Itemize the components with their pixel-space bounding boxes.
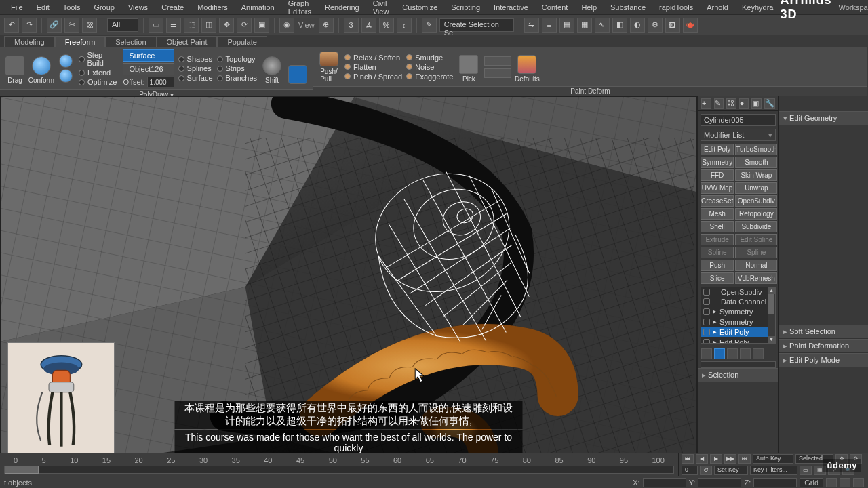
curve-editor-button[interactable]: ∿ — [595, 18, 610, 33]
coord-z-field[interactable] — [753, 478, 797, 487]
branches-check[interactable]: Branches — [217, 74, 257, 82]
modifier-btn-subdivide[interactable]: Subdivide — [735, 221, 777, 232]
ribbon-tab-freeform[interactable]: Freeform — [55, 36, 106, 47]
modifier-btn-unwrap-uvw[interactable]: Unwrap UVW — [735, 182, 777, 194]
modstack-item-edit-poly[interactable]: ▸Edit Poly — [701, 337, 775, 344]
defaults-button[interactable]: Defaults — [515, 52, 538, 83]
ribbon-tab-populate[interactable]: Populate — [217, 36, 267, 47]
show-end-result-button[interactable] — [714, 348, 725, 359]
refcoord-button[interactable]: ◉ — [279, 18, 294, 33]
motion-tab-icon[interactable]: ● — [739, 98, 749, 109]
render-button[interactable]: 🫖 — [683, 18, 698, 33]
scroll-up-icon[interactable]: ▲ — [768, 287, 775, 294]
render-frame-button[interactable]: 🖼 — [665, 18, 680, 33]
spinner-snap-button[interactable]: ↕ — [397, 18, 412, 33]
rotate-button[interactable]: ⟳ — [237, 18, 252, 33]
next-frame-button[interactable]: ▶▶ — [724, 454, 736, 464]
rollout-selection[interactable]: Selection — [698, 368, 778, 382]
time-config-button[interactable]: ⏱ — [700, 466, 712, 475]
ribbon-tab-modeling[interactable]: Modeling — [4, 36, 55, 47]
coord-x-field[interactable] — [643, 478, 686, 487]
object-field[interactable]: Object126 — [123, 63, 174, 75]
scroll-down-icon[interactable]: ▼ — [768, 336, 775, 343]
layer-button[interactable]: ▤ — [559, 18, 574, 33]
menu-edit[interactable]: Edit — [30, 1, 56, 14]
conform-button[interactable]: Conform — [30, 53, 53, 84]
coord-y-field[interactable] — [698, 478, 741, 487]
menu-animation[interactable]: Animation — [235, 1, 281, 14]
menu-views[interactable]: Views — [121, 1, 155, 14]
edit-named-sel-button[interactable]: ✎ — [422, 18, 437, 33]
pin-stack-button[interactable] — [701, 348, 712, 359]
modstack-item-data-channel[interactable]: Data Channel — [701, 297, 775, 306]
lock-button[interactable] — [853, 478, 864, 487]
smudge-check[interactable]: Smudge — [406, 54, 453, 62]
percent-snap-button[interactable]: % — [379, 18, 394, 33]
menu-arnold[interactable]: Arnold — [700, 1, 735, 14]
bind-button[interactable]: ⛓ — [82, 18, 97, 33]
remove-modifier-button[interactable] — [740, 348, 751, 359]
select-name-button[interactable]: ☰ — [166, 18, 181, 33]
utilities-tab-icon[interactable]: 🔧 — [764, 98, 775, 109]
ribbon-tab-selection[interactable]: Selection — [105, 36, 156, 47]
pick-button[interactable]: Pick — [457, 52, 480, 83]
menu-rapidtools[interactable]: rapidTools — [652, 1, 700, 14]
menu-file[interactable]: File — [4, 1, 30, 14]
mirror-button[interactable]: ⇋ — [524, 18, 539, 33]
splines-check[interactable]: Splines — [178, 64, 213, 73]
modifier-btn-normal[interactable]: Normal — [735, 260, 777, 271]
rollout-edit-geometry[interactable]: Edit Geometry — [779, 111, 868, 125]
optimize-check[interactable]: Optimize — [79, 78, 119, 86]
time-slider[interactable]: 0510152025303540455055606570758085909510… — [0, 453, 678, 476]
offset-input[interactable] — [147, 77, 174, 87]
render-setup-button[interactable]: ⚙ — [648, 18, 663, 33]
shift-alt-button[interactable] — [287, 53, 309, 84]
timeline-track[interactable] — [4, 466, 674, 474]
menu-substance[interactable]: Substance — [604, 1, 652, 14]
modifier-btn-opensubdiv[interactable]: OpenSubdiv — [735, 195, 777, 207]
step-build-check[interactable]: Step Build — [79, 51, 119, 67]
undo-button[interactable]: ↶ — [4, 18, 19, 33]
configure-sets-button[interactable] — [753, 348, 764, 359]
snap-button[interactable]: 3 — [344, 18, 359, 33]
menu-tools[interactable]: Tools — [56, 1, 87, 14]
modifier-btn-uvw-map[interactable]: UVW Map — [701, 182, 734, 194]
autokey-button[interactable]: Auto Key — [753, 454, 793, 464]
modifier-btn-retopology[interactable]: Retopology — [735, 208, 777, 220]
visibility-icon[interactable] — [703, 339, 710, 344]
create-tab-icon[interactable]: + — [701, 98, 711, 109]
pinch-check[interactable]: Pinch / Spread — [344, 73, 402, 81]
material-editor-button[interactable]: ◐ — [630, 18, 645, 33]
menu-modifiers[interactable]: Modifiers — [191, 1, 235, 14]
timeline-knob[interactable] — [5, 466, 39, 474]
panel-divider[interactable] — [701, 361, 776, 368]
grid-field[interactable]: Grid — [800, 478, 823, 487]
selection-filter[interactable]: All — [107, 18, 138, 32]
play-button[interactable]: ▶ — [710, 454, 722, 464]
visibility-icon[interactable] — [703, 289, 710, 296]
flatten-check[interactable]: Flatten — [344, 63, 402, 71]
shift-button[interactable]: Shift — [261, 53, 283, 84]
scroll-thumb[interactable] — [768, 294, 774, 314]
modifier-btn-push[interactable]: Push — [701, 260, 734, 271]
conform-brush2[interactable] — [57, 69, 75, 83]
unlink-button[interactable]: ✂ — [64, 18, 79, 33]
goto-start-button[interactable]: ⏮ — [682, 454, 694, 464]
link-button[interactable]: 🔗 — [47, 18, 62, 33]
ribbon-tab-object-paint[interactable]: Object Paint — [157, 36, 218, 47]
select-region-button[interactable]: ⬚ — [184, 18, 199, 33]
modstack-item-symmetry[interactable]: ▸Symmetry — [701, 317, 775, 327]
relax-check[interactable]: Relax / Soften — [344, 54, 402, 62]
extend-check[interactable]: Extend — [79, 68, 119, 77]
expand-icon[interactable]: ▸ — [713, 307, 717, 316]
menu-customize[interactable]: Customize — [395, 1, 444, 14]
modifier-btn-mesh-cleaner[interactable]: Mesh Cleaner — [701, 208, 734, 220]
rollout-paint-deformation[interactable]: Paint Deformation — [779, 339, 868, 353]
surface-button[interactable]: Surface — [123, 49, 174, 62]
modifier-btn-vdbremesh[interactable]: VdbRemesh — [735, 272, 777, 284]
visibility-icon[interactable] — [703, 298, 710, 305]
make-unique-button[interactable] — [727, 348, 738, 359]
strips-check[interactable]: Strips — [217, 64, 257, 73]
modifier-list-dropdown[interactable]: Modifier List — [701, 129, 776, 141]
rollout-soft-selection[interactable]: Soft Selection — [779, 325, 868, 339]
